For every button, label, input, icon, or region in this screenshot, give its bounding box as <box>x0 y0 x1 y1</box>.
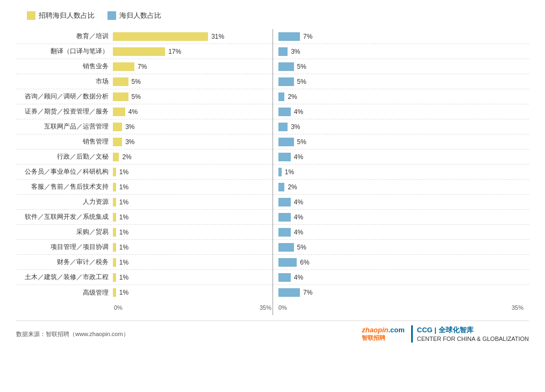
left-pct-label: 1% <box>119 198 134 206</box>
left-row: 项目管理／项目协调 1% <box>16 240 272 255</box>
right-bar <box>278 243 294 252</box>
left-bar-col: 1% <box>113 288 272 297</box>
left-axis-tick-35: 35% <box>260 304 271 311</box>
main-container: 招聘海归人数占比 海归人数占比 教育／培训 31% 翻译（口译与笔译） 17% <box>0 0 545 348</box>
right-row: 5% <box>273 240 529 255</box>
left-pct-label: 5% <box>132 78 147 85</box>
left-pct-label: 31% <box>211 33 226 40</box>
legend-label-2: 海归人数占比 <box>119 11 161 20</box>
left-pct-label: 1% <box>119 244 134 251</box>
left-pct-label: 1% <box>119 168 134 176</box>
footer: 数据来源：智联招聘（www.zhaopin.com） zhaopin.com 智… <box>16 320 529 343</box>
left-bar-col: 3% <box>113 123 272 131</box>
right-pct-label: 2% <box>288 93 303 101</box>
left-axis-tick-0: 0% <box>114 304 123 311</box>
right-bar <box>278 168 282 176</box>
chart-area: 教育／培训 31% 翻译（口译与笔译） 17% 销售业务 7% 市场 5% <box>16 29 529 315</box>
left-bar <box>113 153 119 161</box>
row-label: 教育／培训 <box>16 32 113 40</box>
left-bar <box>113 228 116 237</box>
right-bar <box>278 258 297 267</box>
right-row: 4% <box>273 104 529 119</box>
right-bar-col: 6% <box>273 258 529 267</box>
left-row: 人力资源 1% <box>16 195 272 210</box>
left-bar <box>113 258 116 267</box>
row-label: 市场 <box>16 77 113 85</box>
left-bar-col: 1% <box>113 228 272 237</box>
right-bar-col: 7% <box>273 288 529 297</box>
right-bar <box>278 183 284 191</box>
legend-item-1: 招聘海归人数占比 <box>27 11 95 20</box>
right-axis-ticks: 0% 35% <box>273 304 529 311</box>
zhaopin-en: zhaopin <box>362 326 388 334</box>
left-pct-label: 1% <box>119 289 134 296</box>
legend-box-yellow <box>27 11 35 20</box>
ccg-title: CCG | 全球化智库 <box>417 325 529 335</box>
right-pct-label: 4% <box>294 198 309 206</box>
left-pct-label: 1% <box>119 213 134 221</box>
left-row: 高级管理 1% <box>16 285 272 300</box>
right-chart-inner: 7% 3% 5% 5% 2% 4% <box>273 29 529 300</box>
row-label: 财务／审计／税务 <box>16 258 113 266</box>
right-bar-col: 4% <box>273 273 529 282</box>
left-pct-label: 3% <box>125 123 140 131</box>
left-row: 市场 5% <box>16 74 272 89</box>
right-pct-label: 5% <box>297 138 312 146</box>
right-bar-col: 3% <box>273 47 529 56</box>
left-row: 财务／审计／税务 1% <box>16 255 272 270</box>
right-bar <box>278 288 300 297</box>
right-row: 7% <box>273 285 529 300</box>
right-bar-col: 3% <box>273 123 529 131</box>
left-bar-col: 1% <box>113 213 272 222</box>
left-row: 软件／互联网开发／系统集成 1% <box>16 210 272 225</box>
row-label: 人力资源 <box>16 198 113 206</box>
right-row: 4% <box>273 210 529 225</box>
legend-label-1: 招聘海归人数占比 <box>39 11 95 20</box>
right-row: 4% <box>273 225 529 240</box>
left-row: 客服／售前／售后技术支持 1% <box>16 180 272 195</box>
right-bar <box>278 62 294 71</box>
right-bar <box>278 228 291 237</box>
left-bar <box>113 198 116 206</box>
left-bar-col: 2% <box>113 153 272 161</box>
left-bar <box>113 213 116 222</box>
right-pct-label: 2% <box>288 183 303 191</box>
right-bar-col: 4% <box>273 108 529 116</box>
right-bar <box>278 77 294 86</box>
left-pct-label: 7% <box>138 63 153 70</box>
right-bar-col: 4% <box>273 213 529 222</box>
zhaopin-logo: zhaopin.com 智联招聘 <box>362 326 404 342</box>
right-row: 5% <box>273 74 529 89</box>
right-bar <box>278 198 291 206</box>
left-bar-col: 1% <box>113 168 272 176</box>
left-bar-col: 5% <box>113 92 272 101</box>
right-bar-col: 2% <box>273 183 529 191</box>
left-bar-col: 1% <box>113 243 272 252</box>
right-bar-col: 4% <box>273 153 529 161</box>
right-pct-label: 4% <box>294 108 309 116</box>
right-bar <box>278 153 291 161</box>
right-bar-col: 7% <box>273 32 529 41</box>
left-bar-col: 17% <box>113 47 272 56</box>
left-row: 行政／后勤／文秘 2% <box>16 149 272 165</box>
right-row: 5% <box>273 134 529 149</box>
left-pct-label: 1% <box>119 259 134 266</box>
left-row: 销售业务 7% <box>16 59 272 74</box>
left-bar-col: 1% <box>113 198 272 206</box>
right-panel: 7% 3% 5% 5% 2% 4% <box>272 29 529 315</box>
right-pct-label: 3% <box>291 123 306 131</box>
left-bar <box>113 108 125 116</box>
right-bar <box>278 108 291 116</box>
right-pct-label: 4% <box>294 153 309 161</box>
left-row: 销售管理 3% <box>16 134 272 149</box>
left-chart-inner: 教育／培训 31% 翻译（口译与笔译） 17% 销售业务 7% 市场 5% <box>16 29 272 300</box>
left-row: 土木／建筑／装修／市政工程 1% <box>16 270 272 285</box>
left-bar <box>113 123 122 131</box>
left-bar <box>113 183 116 191</box>
left-pct-label: 4% <box>128 108 144 116</box>
right-bar-col: 5% <box>273 138 529 146</box>
row-label: 销售业务 <box>16 62 113 70</box>
left-pct-label: 1% <box>119 229 134 236</box>
left-bar-col: 1% <box>113 183 272 191</box>
left-bar <box>113 32 208 41</box>
